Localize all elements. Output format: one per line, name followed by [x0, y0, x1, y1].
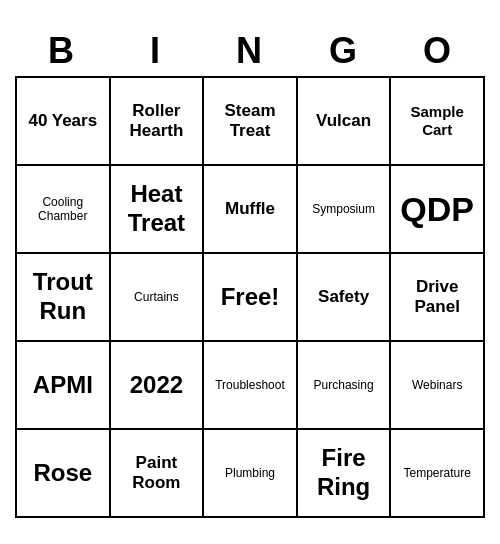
- header-letter: B: [15, 26, 109, 76]
- cell-r1-c3: Symposium: [298, 166, 392, 254]
- cell-r4-c1: Paint Room: [111, 430, 205, 518]
- cell-text: Curtains: [134, 290, 179, 304]
- cell-text: Heat Treat: [115, 180, 199, 238]
- cell-r1-c2: Muffle: [204, 166, 298, 254]
- cell-r3-c3: Purchasing: [298, 342, 392, 430]
- cell-text: Rose: [33, 459, 92, 488]
- cell-r2-c0: Trout Run: [17, 254, 111, 342]
- header-letter: N: [203, 26, 297, 76]
- cell-text: Safety: [318, 287, 369, 307]
- cell-text: Fire Ring: [302, 444, 386, 502]
- cell-text: APMI: [33, 371, 93, 400]
- cell-r4-c0: Rose: [17, 430, 111, 518]
- bingo-grid: 40 YearsRoller HearthSteam TreatVulcanSa…: [15, 76, 485, 518]
- cell-text: Muffle: [225, 199, 275, 219]
- cell-r4-c3: Fire Ring: [298, 430, 392, 518]
- cell-text: 40 Years: [28, 111, 97, 131]
- cell-text: Roller Hearth: [115, 101, 199, 142]
- cell-r0-c1: Roller Hearth: [111, 78, 205, 166]
- header-letter: I: [109, 26, 203, 76]
- bingo-card: BINGO 40 YearsRoller HearthSteam TreatVu…: [15, 26, 485, 518]
- cell-text: Cooling Chamber: [21, 195, 105, 224]
- cell-r3-c0: APMI: [17, 342, 111, 430]
- cell-r2-c2: Free!: [204, 254, 298, 342]
- header-letter: O: [391, 26, 485, 76]
- cell-text: Symposium: [312, 202, 375, 216]
- bingo-header: BINGO: [15, 26, 485, 76]
- cell-r4-c4: Temperature: [391, 430, 485, 518]
- header-letter: G: [297, 26, 391, 76]
- cell-r1-c0: Cooling Chamber: [17, 166, 111, 254]
- cell-r3-c1: 2022: [111, 342, 205, 430]
- cell-r0-c4: Sample Cart: [391, 78, 485, 166]
- cell-text: Plumbing: [225, 466, 275, 480]
- cell-text: QDP: [400, 189, 474, 230]
- cell-text: Free!: [221, 283, 280, 312]
- cell-text: Paint Room: [115, 453, 199, 494]
- cell-text: Troubleshoot: [215, 378, 285, 392]
- cell-text: Trout Run: [21, 268, 105, 326]
- cell-text: Steam Treat: [208, 101, 292, 142]
- cell-r3-c4: Webinars: [391, 342, 485, 430]
- cell-text: Vulcan: [316, 111, 371, 131]
- cell-text: Drive Panel: [395, 277, 479, 318]
- cell-text: Sample Cart: [395, 103, 479, 139]
- cell-r3-c2: Troubleshoot: [204, 342, 298, 430]
- cell-r1-c1: Heat Treat: [111, 166, 205, 254]
- cell-r2-c3: Safety: [298, 254, 392, 342]
- cell-r0-c0: 40 Years: [17, 78, 111, 166]
- cell-text: Temperature: [404, 466, 471, 480]
- cell-r0-c3: Vulcan: [298, 78, 392, 166]
- cell-text: 2022: [130, 371, 183, 400]
- cell-r2-c4: Drive Panel: [391, 254, 485, 342]
- cell-text: Purchasing: [314, 378, 374, 392]
- cell-text: Webinars: [412, 378, 462, 392]
- cell-r4-c2: Plumbing: [204, 430, 298, 518]
- cell-r0-c2: Steam Treat: [204, 78, 298, 166]
- cell-r2-c1: Curtains: [111, 254, 205, 342]
- cell-r1-c4: QDP: [391, 166, 485, 254]
